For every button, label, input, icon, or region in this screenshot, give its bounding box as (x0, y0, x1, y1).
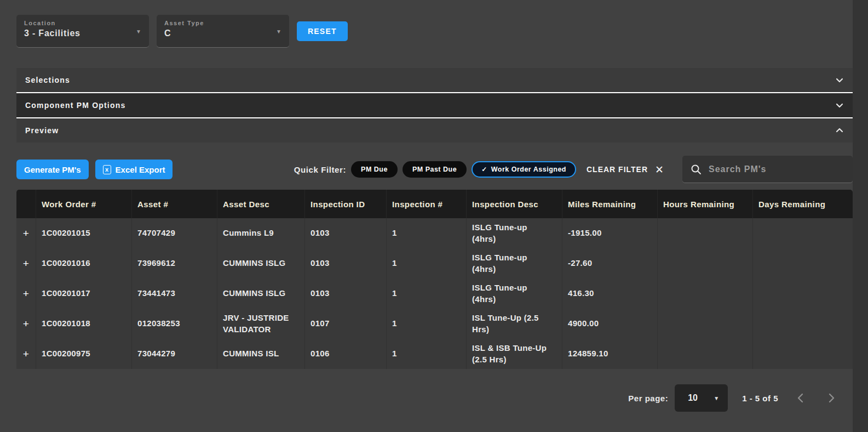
pm-preview-table: Work Order #Asset #Asset DescInspection … (16, 190, 853, 369)
search-input[interactable] (709, 164, 844, 174)
cell-text: CUMMINS ISLG (223, 288, 285, 299)
cell-text: ISLG Tune-up (4hrs) (472, 222, 550, 245)
cell-text: 0107 (311, 318, 330, 329)
cell-days-remaining (752, 218, 853, 248)
cell-text: 0103 (311, 228, 330, 238)
dropdown-arrow-icon: ▼ (136, 28, 141, 34)
cell-miles-remaining: 4900.00 (562, 309, 657, 339)
cell-text: 73044279 (137, 348, 175, 359)
cell-hours-remaining (657, 278, 752, 309)
cell-text: 73969612 (137, 258, 175, 269)
generate-pms-button[interactable]: Generate PM's (16, 160, 89, 179)
check-icon: ✓ (481, 166, 487, 173)
previous-page-button[interactable] (792, 390, 809, 406)
cell-inspection-number: 1 (386, 248, 466, 278)
expand-row-button[interactable]: + (16, 278, 36, 309)
expand-row-button[interactable]: + (16, 248, 36, 278)
cell-text: 012038253 (137, 318, 180, 329)
table-row: +1C0020101673969612CUMMINS ISLG01031ISLG… (16, 248, 853, 278)
cell-text: 1 (392, 228, 397, 238)
table-header-row: Work Order #Asset #Asset DescInspection … (16, 190, 853, 218)
cell-asset-number: 73441473 (131, 278, 217, 309)
close-icon[interactable]: ✕ (655, 164, 664, 175)
chevron-down-icon (835, 101, 844, 110)
cell-inspection-number: 1 (386, 339, 466, 369)
excel-export-button[interactable]: x Excel Export (95, 160, 173, 179)
cell-text: ISL & ISB Tune-Up (2.5 Hrs) (472, 343, 550, 365)
scrollbar-track[interactable] (853, 0, 868, 432)
cell-text: JRV - JUSTRIDE VALIDATOR (223, 312, 297, 335)
cell-text: 1C00201017 (42, 288, 90, 299)
cell-hours-remaining (657, 218, 752, 248)
cell-work-order: 1C00201015 (36, 218, 131, 248)
dropdown-arrow-icon: ▼ (276, 28, 281, 34)
column-header-asset-desc: Asset Desc (217, 190, 304, 218)
clear-filter-button[interactable]: CLEAR FILTER (587, 165, 648, 174)
expand-column-header (16, 190, 36, 218)
cell-inspection-id: 0103 (304, 218, 386, 248)
cell-days-remaining (752, 248, 853, 278)
table-row: +1C0020101574707429Cummins L901031ISLG T… (16, 218, 853, 248)
quick-filter-group: Quick Filter: PM Due PM Past Due ✓ Work … (294, 161, 664, 178)
next-page-button[interactable] (823, 390, 840, 406)
search-box (682, 156, 853, 183)
location-select[interactable]: Location 3 - Facilities ▼ (16, 15, 149, 48)
chip-work-order-assigned[interactable]: ✓ Work Order Assigned (472, 161, 576, 178)
cell-work-order: 1C00200975 (36, 339, 131, 369)
cell-hours-remaining (657, 248, 752, 278)
cell-text: 0103 (311, 288, 330, 299)
cell-asset-desc: CUMMINS ISLG (217, 248, 304, 278)
cell-text: ISL Tune-Up (2.5 Hrs) (472, 312, 550, 335)
table-row: +1C00201018012038253JRV - JUSTRIDE VALID… (16, 309, 853, 339)
cell-inspection-desc: ISL Tune-Up (2.5 Hrs) (466, 309, 562, 339)
expand-row-button[interactable]: + (16, 339, 36, 369)
cell-days-remaining (752, 309, 853, 339)
accordion-label: Component PM Options (25, 101, 125, 110)
cell-inspection-desc: ISL & ISB Tune-Up (2.5 Hrs) (466, 339, 562, 369)
table-row: +1C0020101773441473CUMMINS ISLG01031ISLG… (16, 278, 853, 309)
cell-asset-number: 012038253 (131, 309, 217, 339)
cell-miles-remaining: -27.60 (562, 248, 657, 278)
chip-pm-past-due[interactable]: PM Past Due (403, 161, 467, 178)
column-header-days-remaining: Days Remaining (752, 190, 853, 218)
accordion-section-selections[interactable]: Selections (16, 68, 853, 92)
cell-text: CUMMINS ISLG (223, 258, 285, 269)
reset-button[interactable]: RESET (297, 21, 348, 41)
accordion-section-component-pm-options[interactable]: Component PM Options (16, 93, 853, 117)
cell-text: 1 (392, 348, 397, 359)
cell-text: 416.30 (568, 288, 594, 299)
per-page-label: Per page: (628, 394, 668, 403)
plus-icon: + (23, 287, 29, 301)
table-body: +1C0020101574707429Cummins L901031ISLG T… (16, 218, 853, 369)
quick-filter-label: Quick Filter: (294, 165, 346, 174)
per-page-select[interactable]: 10 ▼ (675, 384, 728, 412)
cell-text: Cummins L9 (223, 228, 274, 238)
per-page-value: 10 (688, 393, 698, 403)
cell-inspection-number: 1 (386, 278, 466, 309)
plus-icon: + (23, 226, 29, 241)
chip-pm-due[interactable]: PM Due (351, 161, 398, 178)
chevron-down-icon (835, 76, 844, 84)
column-header-hours-remaining: Hours Remaining (657, 190, 752, 218)
asset-type-select[interactable]: Asset Type C ▼ (157, 15, 289, 48)
cell-asset-number: 73044279 (131, 339, 217, 369)
cell-text: ISLG Tune-up (4hrs) (472, 252, 550, 275)
cell-text: 124859.10 (568, 348, 608, 359)
expand-row-button[interactable]: + (16, 309, 36, 339)
cell-days-remaining (752, 278, 853, 309)
column-header-asset-number: Asset # (131, 190, 217, 218)
page-range-label: 1 - 5 of 5 (742, 394, 778, 403)
cell-text: 1 (392, 258, 397, 269)
cell-text: ISLG Tune-up (4hrs) (472, 282, 550, 305)
cell-text: 4900.00 (568, 318, 599, 329)
cell-text: 74707429 (137, 228, 175, 238)
table-header: Work Order #Asset #Asset DescInspection … (16, 190, 853, 218)
excel-export-label: Excel Export (116, 165, 165, 174)
filters-row: Location 3 - Facilities ▼ Asset Type C ▼… (16, 15, 853, 48)
expand-row-button[interactable]: + (16, 218, 36, 248)
cell-hours-remaining (657, 309, 752, 339)
table-row: +1C0020097573044279CUMMINS ISL01061ISL &… (16, 339, 853, 369)
accordion-section-preview[interactable]: Preview (16, 118, 853, 143)
cell-work-order: 1C00201016 (36, 248, 131, 278)
cell-miles-remaining: -1915.00 (562, 218, 657, 248)
